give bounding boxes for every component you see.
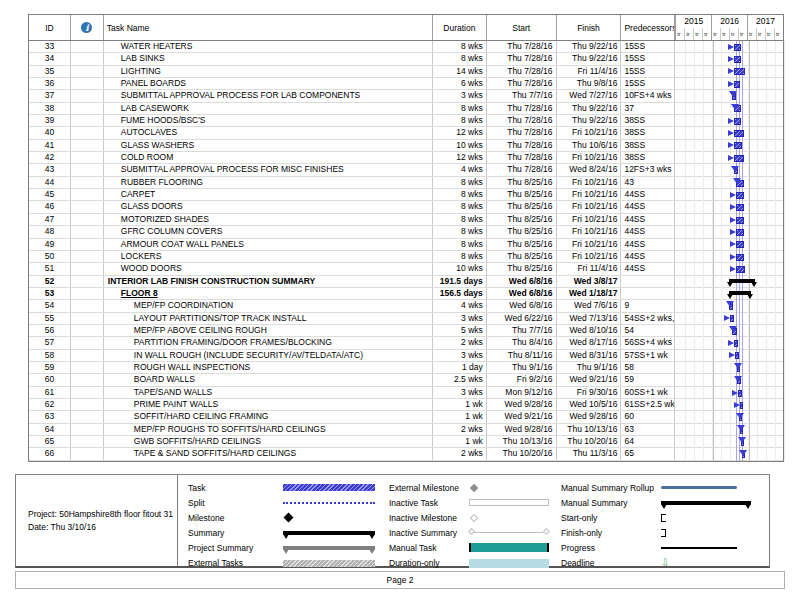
task-gantt-bar[interactable] — [734, 118, 742, 125]
cell-task-name[interactable]: MEP/FP ROUGHS TO SOFFITS/HARD CEILINGS — [104, 424, 433, 435]
cell-finish-date[interactable]: Thu 9/22/16 — [557, 103, 622, 114]
cell-start-date[interactable]: Wed 6/8/16 — [487, 288, 557, 299]
cell-task-id[interactable]: 63 — [29, 411, 71, 422]
cell-indicator[interactable] — [71, 140, 104, 151]
cell-duration[interactable]: 8 wks — [433, 189, 487, 200]
cell-indicator[interactable] — [71, 115, 104, 126]
cell-finish-date[interactable]: Fri 10/21/16 — [557, 251, 622, 262]
cell-task-id[interactable]: 50 — [29, 251, 71, 262]
cell-indicator[interactable] — [71, 214, 104, 225]
cell-task-id[interactable]: 38 — [29, 103, 71, 114]
cell-duration[interactable]: 8 wks — [433, 177, 487, 188]
cell-task-name[interactable]: AUTOCLAVES — [104, 127, 433, 138]
cell-start-date[interactable]: Thu 7/7/16 — [487, 90, 557, 101]
cell-task-id[interactable]: 49 — [29, 239, 71, 250]
task-gantt-bar[interactable] — [730, 315, 734, 322]
column-header-id[interactable]: ID — [29, 15, 71, 40]
cell-indicator[interactable] — [71, 103, 104, 114]
cell-task-id[interactable]: 64 — [29, 424, 71, 435]
cell-finish-date[interactable]: Wed 8/31/16 — [557, 350, 622, 361]
cell-finish-date[interactable]: Wed 8/24/16 — [557, 164, 622, 175]
task-gantt-bar[interactable] — [736, 217, 744, 224]
cell-duration[interactable]: 8 wks — [433, 53, 487, 64]
cell-predecessors[interactable]: 44SS — [621, 239, 675, 250]
cell-task-name[interactable]: WOOD DOORS — [104, 263, 433, 274]
cell-predecessors[interactable]: 63 — [621, 424, 675, 435]
cell-duration[interactable]: 8 wks — [433, 41, 487, 52]
cell-indicator[interactable] — [71, 300, 104, 311]
cell-indicator[interactable] — [71, 448, 104, 459]
cell-task-name[interactable]: TAPE/SAND WALLS — [104, 387, 433, 398]
cell-task-id[interactable]: 57 — [29, 337, 71, 348]
task-gantt-bar[interactable] — [736, 266, 745, 273]
cell-predecessors[interactable]: 37 — [621, 103, 675, 114]
cell-indicator[interactable] — [71, 387, 104, 398]
cell-predecessors[interactable]: 44SS — [621, 189, 675, 200]
cell-indicator[interactable] — [71, 276, 104, 287]
cell-task-name[interactable]: LAB CASEWORK — [104, 103, 433, 114]
cell-indicator[interactable] — [71, 41, 104, 52]
cell-start-date[interactable]: Thu 8/25/16 — [487, 226, 557, 237]
cell-task-name[interactable]: PANEL BOARDS — [104, 78, 433, 89]
cell-finish-date[interactable]: Thu 11/3/16 — [557, 448, 622, 459]
cell-duration[interactable]: 1 wk — [433, 411, 487, 422]
column-header-indicators[interactable]: i — [71, 15, 104, 40]
cell-predecessors[interactable]: 60 — [621, 411, 675, 422]
cell-indicator[interactable] — [71, 436, 104, 447]
cell-finish-date[interactable]: Fri 11/4/16 — [557, 66, 622, 77]
cell-indicator[interactable] — [71, 201, 104, 212]
cell-start-date[interactable]: Thu 8/4/16 — [487, 337, 557, 348]
cell-task-id[interactable]: 40 — [29, 127, 71, 138]
cell-finish-date[interactable]: Fri 10/21/16 — [557, 214, 622, 225]
cell-start-date[interactable]: Mon 9/12/16 — [487, 387, 557, 398]
cell-task-id[interactable]: 37 — [29, 90, 71, 101]
cell-finish-date[interactable]: Wed 9/21/16 — [557, 374, 622, 385]
cell-finish-date[interactable]: Fri 9/30/16 — [557, 387, 622, 398]
cell-indicator[interactable] — [71, 127, 104, 138]
task-gantt-bar[interactable] — [736, 254, 744, 261]
cell-predecessors[interactable]: 44SS — [621, 251, 675, 262]
task-gantt-bar[interactable] — [736, 204, 744, 211]
task-gantt-bar[interactable] — [734, 68, 746, 75]
cell-predecessors[interactable]: 15SS — [621, 53, 675, 64]
cell-start-date[interactable]: Thu 7/28/16 — [487, 103, 557, 114]
cell-start-date[interactable]: Thu 8/25/16 — [487, 201, 557, 212]
cell-finish-date[interactable]: Fri 10/21/16 — [557, 127, 622, 138]
cell-indicator[interactable] — [71, 337, 104, 348]
cell-finish-date[interactable]: Fri 11/4/16 — [557, 263, 622, 274]
cell-duration[interactable]: 4 wks — [433, 164, 487, 175]
cell-task-name[interactable]: FLOOR 8 — [104, 288, 433, 299]
cell-duration[interactable]: 1 wk — [433, 436, 487, 447]
cell-start-date[interactable]: Thu 8/11/16 — [487, 350, 557, 361]
cell-finish-date[interactable]: Thu 9/1/16 — [557, 362, 622, 373]
cell-duration[interactable]: 2 wks — [433, 448, 487, 459]
cell-task-id[interactable]: 34 — [29, 53, 71, 64]
cell-predecessors[interactable] — [621, 288, 675, 299]
cell-task-id[interactable]: 56 — [29, 325, 71, 336]
cell-predecessors[interactable]: 10FS+4 wks — [621, 90, 675, 101]
task-gantt-bar[interactable] — [738, 390, 742, 397]
cell-task-id[interactable]: 33 — [29, 41, 71, 52]
cell-task-id[interactable]: 42 — [29, 152, 71, 163]
cell-predecessors[interactable]: 38SS — [621, 140, 675, 151]
cell-task-name[interactable]: SUBMITTAL APPROVAL PROCESS FOR MISC FINI… — [104, 164, 433, 175]
cell-indicator[interactable] — [71, 411, 104, 422]
cell-task-name[interactable]: SUBMITTAL APPROVAL PROCESS FOR LAB COMPO… — [104, 90, 433, 101]
cell-task-id[interactable]: 41 — [29, 140, 71, 151]
cell-indicator[interactable] — [71, 66, 104, 77]
cell-indicator[interactable] — [71, 362, 104, 373]
cell-start-date[interactable]: Fri 9/2/16 — [487, 374, 557, 385]
cell-duration[interactable]: 8 wks — [433, 226, 487, 237]
cell-task-id[interactable]: 58 — [29, 350, 71, 361]
cell-finish-date[interactable]: Thu 10/20/16 — [557, 436, 622, 447]
cell-indicator[interactable] — [71, 399, 104, 410]
cell-indicator[interactable] — [71, 226, 104, 237]
cell-finish-date[interactable]: Thu 10/6/16 — [557, 140, 622, 151]
cell-task-id[interactable]: 55 — [29, 313, 71, 324]
column-header-predecessors[interactable]: Predecessors — [621, 15, 675, 40]
cell-indicator[interactable] — [71, 239, 104, 250]
task-gantt-bar[interactable] — [734, 130, 744, 137]
cell-finish-date[interactable]: Wed 7/13/16 — [557, 313, 622, 324]
cell-duration[interactable]: 2 wks — [433, 424, 487, 435]
cell-indicator[interactable] — [71, 189, 104, 200]
